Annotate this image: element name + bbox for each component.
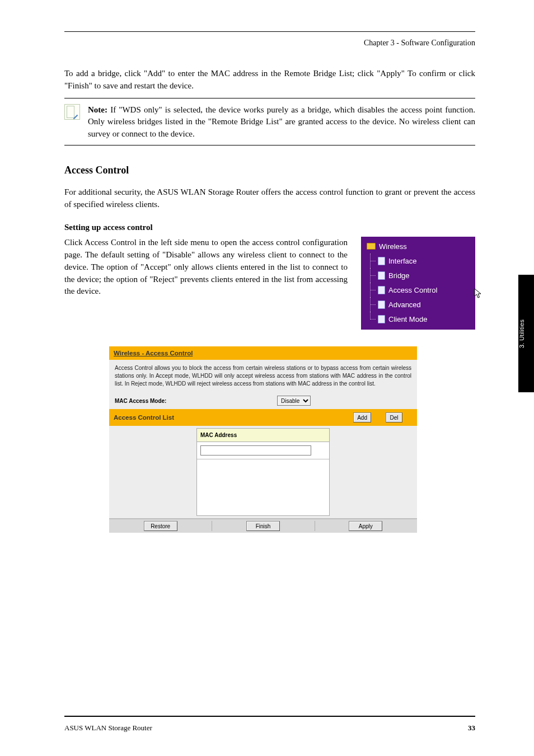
subsection-heading-setup: Setting up access control bbox=[64, 223, 475, 232]
sidebar-item-label: Access Control bbox=[388, 286, 437, 294]
sidebar-item-advanced[interactable]: Advanced bbox=[361, 297, 475, 312]
apply-button[interactable]: Apply bbox=[349, 521, 382, 531]
paragraph-add-bridge: To add a bridge, click "Add" to enter th… bbox=[64, 68, 475, 92]
note-block: Note: If "WDS only" is selected, the dev… bbox=[64, 104, 475, 140]
note-text: Note: If "WDS only" is selected, the dev… bbox=[88, 104, 475, 140]
paragraph-setup-details: Click Access Control in the left side me… bbox=[64, 237, 348, 298]
sidebar-item-interface[interactable]: Interface bbox=[361, 253, 475, 268]
note-icon bbox=[64, 104, 80, 120]
mac-access-mode-select[interactable]: Disable bbox=[277, 396, 311, 406]
sidebar-item-label: Bridge bbox=[388, 271, 410, 280]
note-label: Note: bbox=[88, 105, 107, 114]
mac-list-box: MAC Address bbox=[196, 428, 330, 516]
footer-page-number: 33 bbox=[468, 724, 475, 732]
chapter-title: Chapter 3 - Software Configuration bbox=[64, 39, 475, 48]
mac-address-input[interactable] bbox=[200, 445, 311, 456]
page-icon bbox=[378, 257, 385, 265]
top-rule bbox=[64, 31, 475, 32]
panel-title-list-row: Access Control List Add Del bbox=[109, 409, 417, 426]
config-panel: Wireless - Access Control Access Control… bbox=[109, 346, 417, 533]
note-separator-bottom bbox=[64, 145, 475, 145]
page-icon bbox=[378, 315, 385, 323]
side-tab-label: 3. Utilities bbox=[518, 275, 525, 392]
section-heading-access-control: Access Control bbox=[64, 165, 475, 176]
panel-button-bar: Restore Finish Apply bbox=[109, 518, 417, 533]
note-separator-top bbox=[64, 98, 475, 98]
page-icon bbox=[378, 286, 385, 294]
mac-access-mode-label: MAC Access Mode: bbox=[115, 398, 277, 404]
sidebar-item-access-control[interactable]: Access Control bbox=[361, 283, 475, 297]
sidebar-item-label: Interface bbox=[388, 257, 417, 265]
note-body: If "WDS only" is selected, the device wo… bbox=[88, 105, 475, 139]
sidebar-item-label: Client Mode bbox=[388, 315, 427, 323]
restore-button[interactable]: Restore bbox=[144, 521, 177, 531]
sidebar-item-wireless[interactable]: Wireless bbox=[361, 239, 475, 253]
cursor-icon bbox=[474, 288, 483, 298]
panel-title-list: Access Control List bbox=[114, 414, 174, 421]
mac-list-wrap: MAC Address bbox=[109, 426, 417, 518]
folder-icon bbox=[367, 243, 376, 250]
mac-input-row bbox=[197, 442, 329, 459]
panel-description: Access Control allows you to block the a… bbox=[109, 360, 417, 392]
side-tab: 3. Utilities bbox=[518, 275, 534, 392]
del-button[interactable]: Del bbox=[386, 412, 402, 422]
mac-list-header: MAC Address bbox=[197, 429, 329, 442]
finish-button[interactable]: Finish bbox=[246, 521, 280, 531]
paragraph-access-control-intro: For additional security, the ASUS WLAN S… bbox=[64, 186, 475, 211]
svg-marker-0 bbox=[475, 289, 481, 298]
mac-list-body bbox=[197, 459, 329, 515]
sidebar-item-label: Advanced bbox=[388, 300, 421, 309]
footer-product: ASUS WLAN Storage Router bbox=[64, 724, 152, 732]
add-button[interactable]: Add bbox=[353, 412, 371, 422]
sidebar-item-client-mode[interactable]: Client Mode bbox=[361, 312, 475, 326]
page-icon bbox=[378, 300, 385, 309]
page-icon bbox=[378, 271, 385, 280]
sidebar-menu: Wireless Interface Bridge Access Control bbox=[361, 237, 475, 330]
mac-access-mode-row: MAC Access Mode: Disable bbox=[109, 392, 417, 409]
sidebar-item-bridge[interactable]: Bridge bbox=[361, 268, 475, 283]
footer-rule bbox=[64, 716, 475, 717]
sidebar-item-label: Wireless bbox=[379, 242, 407, 251]
panel-title-main: Wireless - Access Control bbox=[109, 346, 417, 360]
